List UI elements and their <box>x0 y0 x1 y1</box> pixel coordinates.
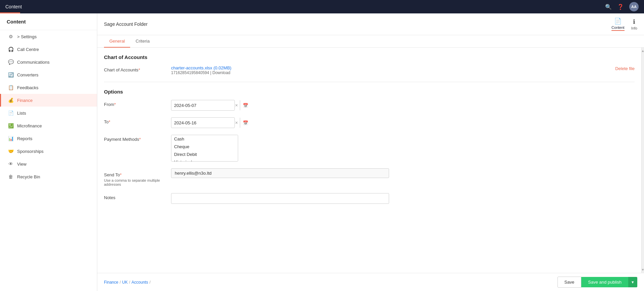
info-icon: ℹ <box>633 18 635 25</box>
content-area: 📄 Content ℹ Info General Criteria <box>97 13 644 291</box>
sidebar-item-sponsorships[interactable]: 🤝 Sponsorships <box>0 145 97 158</box>
to-date-calendar-icon[interactable]: 📅 <box>240 118 251 128</box>
panel-title-input[interactable] <box>104 21 611 27</box>
scroll-up-icon[interactable]: ▲ <box>641 49 644 53</box>
sidebar-item-feedbacks[interactable]: 📋 Feedbacks <box>0 81 97 94</box>
send-to-input[interactable] <box>171 168 389 178</box>
from-date-wrapper: × 📅 <box>171 100 235 111</box>
call-centre-icon: 🎧 <box>8 46 14 52</box>
sidebar-item-view[interactable]: 👁 View <box>0 158 97 170</box>
send-to-hint: Use a comma to separate multiple address… <box>104 178 164 186</box>
help-icon[interactable]: ❓ <box>617 4 624 10</box>
from-date-clear-icon[interactable]: × <box>233 103 240 108</box>
info-action[interactable]: ℹ Info <box>631 18 637 30</box>
search-icon[interactable]: 🔍 <box>605 4 612 10</box>
sidebar-item-recycle-bin[interactable]: 🗑 Recycle Bin <box>0 170 97 183</box>
breadcrumb-sep: / <box>120 280 121 285</box>
finance-icon: 💰 <box>8 97 14 103</box>
tab-general[interactable]: General <box>104 35 130 48</box>
sidebar-item-label-reports: Reports <box>17 136 90 141</box>
panel-header: 📄 Content ℹ Info <box>97 13 644 35</box>
sidebar-item-label-call-centre: Call Centre <box>17 47 90 52</box>
sidebar-item-label-recycle-bin: Recycle Bin <box>17 174 90 179</box>
payment-option-historical[interactable]: Historical <box>171 158 238 162</box>
from-date-calendar-icon[interactable]: 📅 <box>240 100 251 110</box>
sidebar-item-label-converters: Converters <box>17 72 90 77</box>
options-title: Options <box>104 89 635 95</box>
right-scrollbar: ▲ ▼ <box>641 48 644 273</box>
sidebar-item-settings[interactable]: ⚙ > Settings <box>0 30 97 43</box>
notes-input[interactable] <box>171 193 389 204</box>
content-action[interactable]: 📄 Content <box>611 17 625 31</box>
sidebar-item-call-centre[interactable]: 🎧 Call Centre <box>0 43 97 56</box>
sidebar-item-reports[interactable]: 📊 Reports <box>0 132 97 145</box>
section-divider-1 <box>104 82 635 82</box>
nav-underline <box>0 12 20 13</box>
sidebar-header: Content <box>0 13 97 30</box>
app-title: Content <box>5 4 22 9</box>
sidebar-item-microfinance[interactable]: 💹 Microfinance <box>0 119 97 132</box>
sidebar-item-label-feedbacks: Feedbacks <box>17 85 90 90</box>
content-action-underline <box>611 30 625 31</box>
communications-icon: 💬 <box>8 59 14 65</box>
panel: 📄 Content ℹ Info General Criteria <box>97 13 644 291</box>
payment-methods-label: Payment Methods* <box>104 135 164 142</box>
from-group: From* × 📅 <box>104 100 635 111</box>
payment-option-direct-debit[interactable]: Direct Debit <box>171 151 238 158</box>
converters-icon: 🔄 <box>8 72 14 78</box>
breadcrumb-item-uk[interactable]: UK <box>122 280 128 285</box>
breadcrumb-item-accounts[interactable]: Accounts <box>131 280 148 285</box>
file-info: charter-accounts.xlsx (0.02MB) 171628541… <box>171 65 602 75</box>
sidebar-item-label-view: View <box>17 162 90 167</box>
feedbacks-icon: 📋 <box>8 84 14 91</box>
to-date-input[interactable] <box>171 118 233 127</box>
save-button[interactable]: Save <box>557 277 582 288</box>
sidebar-item-converters[interactable]: 🔄 Converters <box>0 68 97 81</box>
chart-of-accounts-label: Chart of Accounts* <box>104 65 164 72</box>
notes-group: Notes <box>104 193 635 204</box>
save-and-publish-button[interactable]: Save and publish <box>581 277 628 287</box>
avatar[interactable]: AA <box>629 2 639 11</box>
file-link[interactable]: charter-accounts.xlsx (0.02MB) <box>171 65 602 70</box>
save-publish-dropdown-button[interactable]: ▾ <box>628 277 637 287</box>
breadcrumb-sep: / <box>129 280 130 285</box>
microfinance-icon: 💹 <box>8 123 14 129</box>
reports-icon: 📊 <box>8 135 14 141</box>
delete-file-button[interactable]: Delete file <box>615 65 635 71</box>
main-layout: Content ⚙ > Settings 🎧 Call Centre 💬 Com… <box>0 13 644 291</box>
panel-body: Chart of Accounts Chart of Accounts* cha… <box>97 48 644 273</box>
to-date-clear-icon[interactable]: × <box>233 120 240 125</box>
sidebar-items: ⚙ > Settings 🎧 Call Centre 💬 Communicati… <box>0 30 97 183</box>
scroll-down-icon[interactable]: ▼ <box>641 268 644 272</box>
chart-of-accounts-title: Chart of Accounts <box>104 54 635 60</box>
sidebar-item-label-lists: Lists <box>17 111 90 116</box>
send-to-group: Send To* Use a comma to separate multipl… <box>104 168 635 186</box>
from-label: From* <box>104 100 164 107</box>
payment-option-cheque[interactable]: Cheque <box>171 143 238 151</box>
payment-methods-listbox[interactable]: CashChequeDirect DebitHistorical <box>171 135 238 162</box>
sidebar-item-lists[interactable]: 📄 Lists <box>0 107 97 119</box>
sidebar-item-label-sponsorships: Sponsorships <box>17 149 90 154</box>
chart-of-accounts-group: Chart of Accounts* charter-accounts.xlsx… <box>104 65 635 75</box>
from-date-input[interactable] <box>171 101 233 110</box>
to-group: To* × 📅 <box>104 117 635 128</box>
to-label: To* <box>104 117 164 124</box>
sidebar-item-finance[interactable]: 💰 Finance <box>0 94 97 107</box>
content-action-label: Content <box>611 25 625 30</box>
lists-icon: 📄 <box>8 110 14 116</box>
sidebar-item-label-microfinance: Microfinance <box>17 123 90 128</box>
info-action-label: Info <box>631 26 637 30</box>
payment-option-cash[interactable]: Cash <box>171 135 238 143</box>
payment-methods-group: Payment Methods* CashChequeDirect DebitH… <box>104 135 635 162</box>
sidebar-item-communications[interactable]: 💬 Communications <box>0 56 97 68</box>
bottom-bar: Finance/UK/Accounts/ Save Save and publi… <box>97 273 644 291</box>
to-date-wrapper: × 📅 <box>171 117 235 128</box>
form-content: Chart of Accounts Chart of Accounts* cha… <box>97 48 641 273</box>
panel-header-actions: 📄 Content ℹ Info <box>611 17 637 31</box>
top-nav-right: 🔍 ❓ AA <box>605 2 639 11</box>
top-nav: Content 🔍 ❓ AA <box>0 0 644 13</box>
tab-criteria[interactable]: Criteria <box>130 35 155 48</box>
breadcrumb-item-finance[interactable]: Finance <box>104 280 118 285</box>
sidebar-item-label-communications: Communications <box>17 60 90 65</box>
breadcrumb-trail: / <box>149 280 150 285</box>
